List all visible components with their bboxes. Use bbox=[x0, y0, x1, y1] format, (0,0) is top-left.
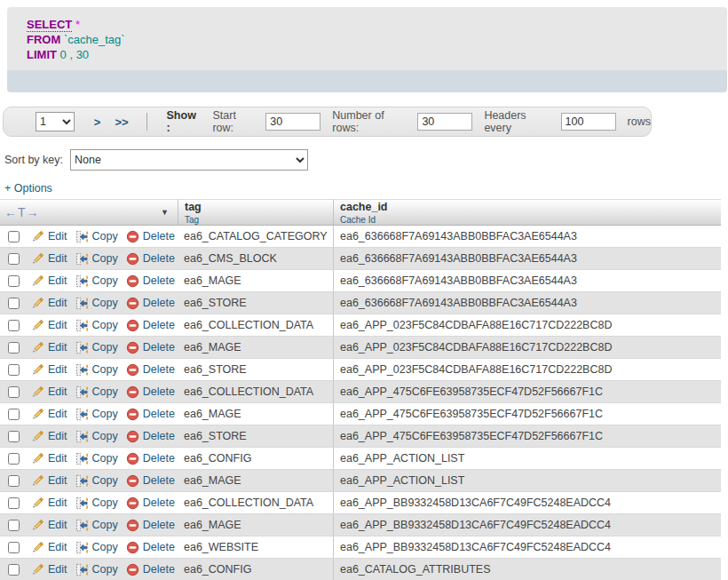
row-checkbox[interactable] bbox=[8, 320, 20, 331]
row-checkbox[interactable] bbox=[8, 298, 20, 309]
delete-row-button[interactable]: Delete bbox=[126, 252, 175, 266]
edit-label: Edit bbox=[48, 341, 67, 354]
row-checkbox[interactable] bbox=[8, 253, 20, 265]
delete-row-button[interactable]: Delete bbox=[126, 408, 175, 421]
edit-row-button[interactable]: Edit bbox=[31, 452, 67, 465]
tag-column-sort-link[interactable]: tag bbox=[185, 202, 333, 213]
row-checkbox[interactable] bbox=[8, 342, 20, 354]
row-checkbox[interactable] bbox=[8, 564, 20, 576]
copy-row-button[interactable]: Copy bbox=[75, 297, 118, 310]
delete-row-button[interactable]: Delete bbox=[126, 274, 175, 288]
edit-row-button[interactable]: Edit bbox=[31, 497, 67, 510]
row-checkbox[interactable] bbox=[8, 542, 20, 553]
cache-id-cell: ea6_APP_475C6FE63958735ECF47D52F56667F1C bbox=[333, 403, 721, 425]
copy-row-button[interactable]: Copy bbox=[75, 363, 118, 377]
delete-icon bbox=[126, 563, 139, 576]
delete-row-button[interactable]: Delete bbox=[126, 497, 175, 510]
copy-row-button[interactable]: Copy bbox=[75, 519, 118, 532]
edit-row-button[interactable]: Edit bbox=[31, 363, 67, 377]
copy-row-button[interactable]: Copy bbox=[75, 474, 118, 488]
tag-cell: ea6_STORE bbox=[178, 297, 333, 309]
delete-row-button[interactable]: Delete bbox=[126, 297, 175, 310]
edit-row-button[interactable]: Edit bbox=[31, 430, 67, 443]
column-move-control[interactable]: ←T→ bbox=[4, 205, 40, 219]
copy-row-icon bbox=[75, 563, 89, 576]
results-table: ←T→ ▼ tag Tag cache_id Cache Id Edit bbox=[0, 199, 721, 580]
delete-label: Delete bbox=[143, 297, 175, 309]
copy-row-button[interactable]: Copy bbox=[75, 563, 118, 576]
row-checkbox[interactable] bbox=[8, 409, 20, 420]
edit-row-button[interactable]: Edit bbox=[31, 274, 67, 288]
row-checkbox[interactable] bbox=[8, 386, 20, 398]
chevron-down-icon[interactable]: ▼ bbox=[161, 208, 169, 217]
edit-row-button[interactable]: Edit bbox=[31, 230, 67, 243]
edit-row-button[interactable]: Edit bbox=[31, 319, 67, 332]
arrow-left-icon[interactable]: ← bbox=[4, 205, 18, 219]
delete-label: Delete bbox=[143, 408, 175, 420]
copy-row-button[interactable]: Copy bbox=[75, 252, 118, 266]
copy-row-button[interactable]: Copy bbox=[75, 341, 118, 354]
row-checkbox[interactable] bbox=[8, 520, 20, 531]
edit-row-button[interactable]: Edit bbox=[31, 252, 67, 266]
copy-row-icon bbox=[75, 252, 89, 266]
delete-row-button[interactable]: Delete bbox=[126, 341, 175, 354]
sql-limit-values: 0 , 30 bbox=[60, 48, 90, 61]
delete-row-button[interactable]: Delete bbox=[126, 452, 175, 465]
row-checkbox[interactable] bbox=[8, 364, 20, 376]
options-toggle-link[interactable]: + Options bbox=[4, 182, 52, 195]
copy-label: Copy bbox=[92, 297, 118, 309]
delete-row-button[interactable]: Delete bbox=[126, 363, 175, 377]
edit-row-button[interactable]: Edit bbox=[31, 541, 67, 554]
edit-row-button[interactable]: Edit bbox=[31, 385, 67, 399]
edit-row-button[interactable]: Edit bbox=[31, 563, 67, 576]
delete-row-button[interactable]: Delete bbox=[126, 385, 175, 399]
row-checkbox[interactable] bbox=[8, 431, 20, 442]
edit-row-button[interactable]: Edit bbox=[31, 341, 67, 354]
copy-row-button[interactable]: Copy bbox=[75, 274, 118, 288]
row-checkbox[interactable] bbox=[8, 475, 20, 487]
arrow-right-icon[interactable]: → bbox=[27, 205, 40, 219]
delete-row-button[interactable]: Delete bbox=[126, 519, 175, 532]
number-of-rows-input[interactable] bbox=[417, 113, 472, 131]
row-actions-cell: Edit Copy Delete bbox=[0, 430, 178, 443]
cache-id-cell: ea6_APP_475C6FE63958735ECF47D52F56667F1C bbox=[333, 425, 721, 447]
last-page-button[interactable]: >> bbox=[115, 115, 128, 129]
copy-row-button[interactable]: Copy bbox=[75, 408, 118, 421]
sql-keyword-select[interactable]: SELECT bbox=[27, 18, 72, 32]
edit-row-button[interactable]: Edit bbox=[31, 474, 67, 488]
copy-row-button[interactable]: Copy bbox=[75, 430, 118, 443]
row-checkbox[interactable] bbox=[8, 231, 20, 242]
delete-row-button[interactable]: Delete bbox=[126, 563, 175, 576]
headers-every-input[interactable] bbox=[561, 113, 616, 131]
copy-row-button[interactable]: Copy bbox=[75, 452, 118, 465]
next-page-button[interactable]: > bbox=[94, 115, 101, 129]
start-row-label: Start row: bbox=[212, 109, 257, 134]
row-checkbox[interactable] bbox=[8, 275, 20, 287]
headers-every-label: Headers every bbox=[484, 109, 552, 134]
copy-row-button[interactable]: Copy bbox=[75, 541, 118, 554]
copy-row-button[interactable]: Copy bbox=[75, 385, 118, 399]
edit-row-button[interactable]: Edit bbox=[31, 297, 67, 310]
row-checkbox[interactable] bbox=[8, 453, 20, 465]
cache-id-cell: ea6_APP_023F5C84CDBAFA88E16C717CD222BC8D bbox=[333, 337, 721, 358]
edit-row-button[interactable]: Edit bbox=[31, 408, 67, 421]
row-actions-cell: Edit Copy Delete bbox=[0, 363, 178, 377]
copy-row-button[interactable]: Copy bbox=[75, 497, 118, 510]
copy-row-button[interactable]: Copy bbox=[75, 319, 118, 332]
delete-row-button[interactable]: Delete bbox=[126, 319, 175, 332]
cache-id-column-sort-link[interactable]: cache_id bbox=[340, 202, 721, 213]
cache-id-header-cell: cache_id Cache Id bbox=[333, 200, 721, 225]
delete-label: Delete bbox=[143, 541, 175, 553]
page-select[interactable]: 1 bbox=[36, 112, 75, 131]
sort-by-key-select[interactable]: None bbox=[70, 149, 308, 171]
edit-row-button[interactable]: Edit bbox=[31, 519, 67, 532]
copy-label: Copy bbox=[92, 230, 118, 242]
delete-row-button[interactable]: Delete bbox=[126, 541, 175, 554]
delete-row-button[interactable]: Delete bbox=[126, 230, 175, 243]
delete-row-button[interactable]: Delete bbox=[126, 474, 175, 488]
pencil-icon bbox=[31, 541, 44, 554]
delete-row-button[interactable]: Delete bbox=[126, 430, 175, 443]
copy-row-button[interactable]: Copy bbox=[75, 230, 118, 243]
row-checkbox[interactable] bbox=[8, 497, 20, 509]
start-row-input[interactable] bbox=[265, 113, 320, 131]
